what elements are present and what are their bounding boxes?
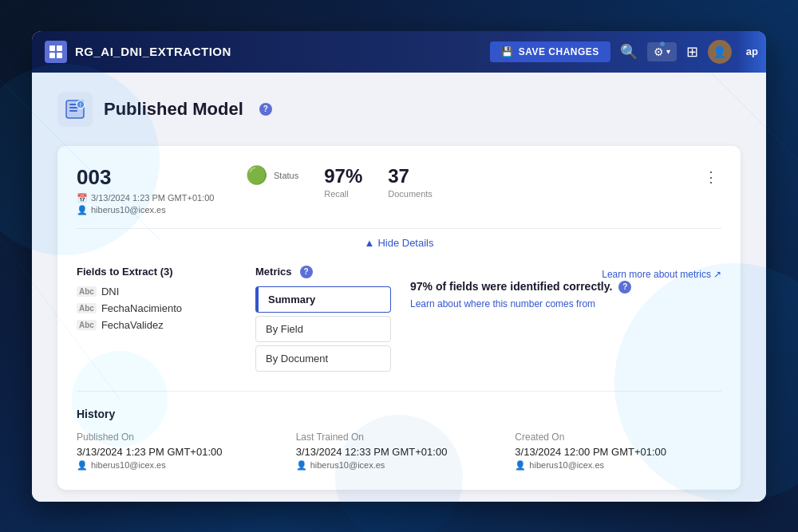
field-item: AbcDNI xyxy=(77,286,236,298)
model-user: 👤 hiberus10@icex.es xyxy=(77,205,220,215)
page-info-icon[interactable]: ? xyxy=(259,103,272,116)
documents-block: 37 Documents xyxy=(388,165,433,199)
history-date: 3/13/2024 12:33 PM GMT+01:00 xyxy=(296,446,503,458)
history-user-text: hiberus10@icex.es xyxy=(310,460,385,470)
external-link-icon: ↗ xyxy=(713,269,721,280)
calendar-icon: 📅 xyxy=(77,193,88,203)
app-logo xyxy=(45,41,67,63)
apps-grid-button[interactable]: ⊞ xyxy=(683,40,701,64)
fields-list: AbcDNIAbcFechaNacimientoAbcFechaValidez xyxy=(77,286,236,331)
field-icon: Abc xyxy=(77,286,97,297)
metrics-detail: Learn more about metrics ↗ 97% of fields… xyxy=(410,266,721,372)
fields-section: Fields to Extract (3) AbcDNIAbcFechaNaci… xyxy=(77,266,236,372)
metrics-tab-by-field[interactable]: By Field xyxy=(255,316,391,342)
history-user-text: hiberus10@icex.es xyxy=(91,460,166,470)
metrics-tab-summary[interactable]: Summary xyxy=(255,286,391,313)
summary-sub: Learn about where this number comes from xyxy=(410,298,721,309)
user-avatar[interactable]: 👤 xyxy=(708,40,732,64)
history-date: 3/13/2024 1:23 PM GMT+01:00 xyxy=(77,446,283,458)
app-label-text: ap xyxy=(746,45,758,57)
history-col-label: Last Trained On xyxy=(296,432,503,443)
svg-rect-9 xyxy=(57,45,62,51)
field-icon: Abc xyxy=(77,320,97,330)
history-section: History Published On 3/13/2024 1:23 PM G… xyxy=(77,391,721,471)
metrics-tabs: SummaryBy FieldBy Document xyxy=(255,286,391,372)
save-icon: 💾 xyxy=(501,46,514,57)
history-column: Published On 3/13/2024 1:23 PM GMT+01:00… xyxy=(77,432,283,471)
documents-value: 37 xyxy=(388,165,433,187)
learn-more-link[interactable]: Learn more about metrics ↗ xyxy=(602,269,721,280)
hide-details-button[interactable]: ▲ Hide Details xyxy=(365,237,434,249)
app-title: RG_AI_DNI_EXTRACTION xyxy=(75,45,490,58)
history-col-label: Created On xyxy=(515,432,721,443)
chevron-down-icon: ▾ xyxy=(666,47,670,56)
more-options-button[interactable]: ⋮ xyxy=(701,165,721,189)
user-icon: 👤 xyxy=(515,460,526,471)
details-section: Fields to Extract (3) AbcDNIAbcFechaNaci… xyxy=(77,259,721,372)
recall-block: 97% Recall xyxy=(324,165,362,199)
field-item: AbcFechaNacimiento xyxy=(77,302,236,314)
field-name: FechaValidez xyxy=(101,319,164,331)
hide-details-row: ▲ Hide Details xyxy=(77,228,721,259)
field-name: DNI xyxy=(101,286,119,298)
summary-stat: 97% of fields were identified correctly.… xyxy=(410,280,721,294)
summary-sub-link[interactable]: Learn about where this number comes from xyxy=(410,298,595,309)
history-user-text: hiberus10@icex.es xyxy=(529,460,604,470)
save-label: SAVE CHANGES xyxy=(519,46,599,57)
user-icon: 👤 xyxy=(77,460,88,471)
header-actions: 💾 SAVE CHANGES 🔍 ⚙ ▾ ⊞ 👤 ap xyxy=(490,31,753,73)
history-title: History xyxy=(77,408,721,420)
field-name: FechaNacimiento xyxy=(101,302,182,314)
gear-icon: ⚙ xyxy=(654,45,664,58)
model-id: 003 xyxy=(77,165,220,190)
fields-title: Fields to Extract (3) xyxy=(77,266,236,278)
status-block: 🟢 Status xyxy=(246,165,298,186)
fields-title-text: Fields to Extract (3) xyxy=(77,266,173,278)
summary-info-icon[interactable]: ? xyxy=(618,281,631,294)
field-item: AbcFechaValidez xyxy=(77,319,236,331)
svg-rect-10 xyxy=(49,53,55,58)
page-title: Published Model xyxy=(104,99,243,120)
search-icon: 🔍 xyxy=(620,43,638,61)
page-icon: ! xyxy=(57,92,93,127)
history-user: 👤 hiberus10@icex.es xyxy=(515,460,721,471)
metrics-tabs-section: Metrics ? SummaryBy FieldBy Document xyxy=(255,266,391,372)
user-icon: 👤 xyxy=(296,460,307,471)
svg-rect-15 xyxy=(69,110,77,112)
avatar-image: 👤 xyxy=(713,45,726,58)
recall-value: 97% xyxy=(324,165,362,187)
search-button[interactable]: 🔍 xyxy=(617,40,641,64)
history-col-label: Published On xyxy=(77,432,283,443)
metrics-title-text: Metrics xyxy=(255,266,292,278)
recall-label: Recall xyxy=(324,189,362,199)
documents-label: Documents xyxy=(388,189,433,199)
field-icon: Abc xyxy=(77,303,97,313)
history-column: Created On 3/13/2024 12:00 PM GMT+01:00 … xyxy=(515,432,721,471)
model-summary-row: 003 📅 3/13/2024 1:23 PM GMT+01:00 👤 hibe… xyxy=(77,165,721,228)
model-date: 📅 3/13/2024 1:23 PM GMT+01:00 xyxy=(77,193,220,203)
metrics-info-icon[interactable]: ? xyxy=(300,266,313,278)
history-user: 👤 hiberus10@icex.es xyxy=(77,460,283,471)
status-label: Status xyxy=(274,171,298,180)
history-user: 👤 hiberus10@icex.es xyxy=(296,460,503,471)
summary-stat-text: 97% of fields were identified correctly. xyxy=(410,280,612,293)
model-meta: 📅 3/13/2024 1:23 PM GMT+01:00 👤 hiberus1… xyxy=(77,193,220,215)
history-grid: Published On 3/13/2024 1:23 PM GMT+01:00… xyxy=(77,432,721,471)
status-icon: 🟢 xyxy=(246,165,267,186)
hide-details-label: Hide Details xyxy=(377,237,433,249)
grid-icon: ⊞ xyxy=(686,43,698,61)
metrics-detail-header: Learn more about metrics ↗ xyxy=(410,269,721,280)
app-label-badge: ap xyxy=(738,31,766,73)
history-date: 3/13/2024 12:00 PM GMT+01:00 xyxy=(515,446,721,458)
save-changes-button[interactable]: 💾 SAVE CHANGES xyxy=(490,41,610,62)
svg-rect-11 xyxy=(57,53,62,58)
page-header: ! Published Model ? xyxy=(57,92,741,127)
metrics-tab-by-document[interactable]: By Document xyxy=(255,345,391,372)
svg-text:!: ! xyxy=(80,102,81,108)
summary-sub-text: Learn about where this number comes from xyxy=(410,298,595,309)
metrics-title: Metrics ? xyxy=(255,266,391,278)
settings-button[interactable]: ⚙ ▾ xyxy=(647,42,677,61)
model-date-text: 3/13/2024 1:23 PM GMT+01:00 xyxy=(91,193,214,203)
model-card: 003 📅 3/13/2024 1:23 PM GMT+01:00 👤 hibe… xyxy=(57,146,741,490)
chevron-up-icon: ▲ xyxy=(365,237,375,249)
